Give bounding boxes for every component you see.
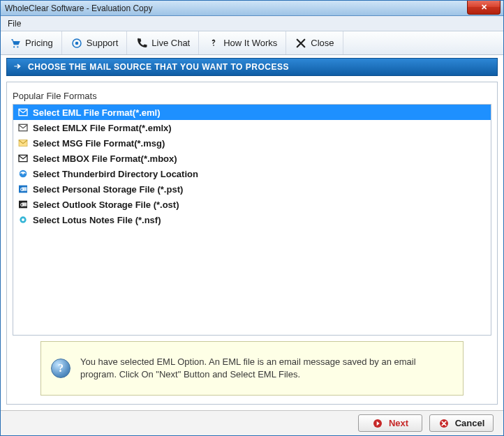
window-title: WholeClear Software - Evaluation Copy xyxy=(5,3,152,13)
toolbar-support[interactable]: Support xyxy=(62,31,128,54)
svg-point-0 xyxy=(13,46,15,47)
toolbar-howitworks[interactable]: How It Works xyxy=(199,31,286,54)
content-panel: Popular File Formats Select EML File For… xyxy=(6,82,498,405)
format-option[interactable]: Select Thunderbird Directory Location xyxy=(13,166,491,181)
format-option[interactable]: Select MBOX File Format(*.mbox) xyxy=(13,151,491,166)
svg-point-16 xyxy=(22,218,24,221)
format-option-label: Select EML File Format(*.eml) xyxy=(33,107,161,118)
format-option[interactable]: Select MSG File Format(*.msg) xyxy=(13,135,491,151)
info-box: ? You have selected EML Option. An EML f… xyxy=(40,341,464,396)
format-option-label: Select MSG File Format(*.msg) xyxy=(33,138,165,149)
format-option[interactable]: OSelect Personal Storage File (*.pst) xyxy=(13,181,491,197)
toolbar-close-label: Close xyxy=(311,38,334,48)
svg-text:O: O xyxy=(20,187,24,192)
cart-icon xyxy=(9,37,22,50)
menubar: File xyxy=(1,16,503,31)
next-button-label: Next xyxy=(389,418,408,428)
cancel-button-label: Cancel xyxy=(455,418,485,428)
menu-file[interactable]: File xyxy=(1,16,28,31)
question-circle-icon: ? xyxy=(51,359,71,378)
format-option[interactable]: Select EMLX File Format(*.emlx) xyxy=(13,120,491,135)
title-buttons: ✕ xyxy=(467,1,501,15)
format-option-label: Select Lotus Notes File (*.nsf) xyxy=(33,215,161,225)
format-option[interactable]: OSelect Outlook Storage File (*.ost) xyxy=(13,197,491,212)
phone-icon xyxy=(135,37,148,50)
svg-point-3 xyxy=(75,41,79,45)
thunderbird-icon xyxy=(17,168,29,179)
toolbar-howitworks-label: How It Works xyxy=(223,38,277,48)
app-window: WholeClear Software - Evaluation Copy ✕ … xyxy=(0,0,504,436)
svg-point-1 xyxy=(17,46,18,47)
headset-icon xyxy=(71,37,83,50)
toolbar-close[interactable]: Close xyxy=(286,31,343,54)
toolbar-pricing-label: Pricing xyxy=(25,38,53,48)
eml-icon xyxy=(17,107,29,118)
pst-icon: O xyxy=(17,183,29,195)
button-bar: Next Cancel xyxy=(1,410,503,435)
question-icon xyxy=(207,37,220,50)
ost-icon: O xyxy=(17,199,29,210)
toolbar-support-label: Support xyxy=(87,38,119,48)
toolbar-pricing[interactable]: Pricing xyxy=(1,31,62,54)
heading-bar: CHOOSE THE MAIL SOURCE THAT YOU WANT TO … xyxy=(6,58,498,76)
svg-text:O: O xyxy=(20,202,24,207)
cancel-button[interactable]: Cancel xyxy=(429,414,494,432)
info-text: You have selected EML Option. An EML fil… xyxy=(80,356,453,380)
format-option-label: Select Personal Storage File (*.pst) xyxy=(33,184,183,195)
emlx-icon xyxy=(17,122,29,133)
nsf-icon xyxy=(17,214,29,225)
next-button[interactable]: Next xyxy=(358,414,422,432)
titlebar: WholeClear Software - Evaluation Copy ✕ xyxy=(1,1,503,16)
cancel-x-icon xyxy=(438,418,450,429)
format-option-label: Select EMLX File Format(*.emlx) xyxy=(33,123,172,133)
group-label: Popular File Formats xyxy=(13,91,491,101)
msg-icon xyxy=(17,137,29,149)
toolbar-livechat[interactable]: Live Chat xyxy=(127,31,199,54)
close-icon xyxy=(295,37,307,50)
toolbar-livechat-label: Live Chat xyxy=(151,38,190,48)
format-option-label: Select MBOX File Format(*.mbox) xyxy=(33,153,177,164)
mbox-icon xyxy=(17,153,29,164)
arrow-right-icon xyxy=(13,61,22,73)
format-list: Select EML File Format(*.eml)Select EMLX… xyxy=(13,104,491,336)
format-option-label: Select Outlook Storage File (*.ost) xyxy=(33,200,179,210)
heading-text: CHOOSE THE MAIL SOURCE THAT YOU WANT TO … xyxy=(28,62,289,72)
format-option[interactable]: Select Lotus Notes File (*.nsf) xyxy=(13,212,491,227)
window-close-button[interactable]: ✕ xyxy=(467,1,501,15)
format-option[interactable]: Select EML File Format(*.eml) xyxy=(13,105,491,120)
format-option-label: Select Thunderbird Directory Location xyxy=(33,169,198,179)
close-x-icon: ✕ xyxy=(481,3,487,12)
toolbar: Pricing Support Live Chat How It Works C… xyxy=(1,31,503,55)
next-arrow-icon xyxy=(372,418,383,429)
